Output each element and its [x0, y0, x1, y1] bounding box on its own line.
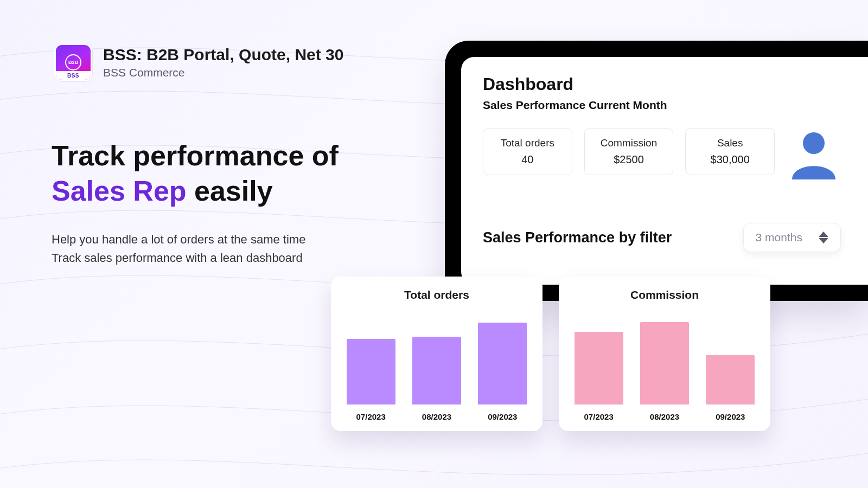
- stepper-arrows-icon: [819, 232, 828, 243]
- user-avatar-icon: [787, 128, 841, 182]
- stat-value: $2500: [590, 153, 668, 166]
- chart-total-orders: Total orders 07/202308/202309/2023: [331, 277, 542, 431]
- app-vendor: BSS Commerce: [103, 66, 343, 79]
- bar-group: 07/202308/202309/2023: [573, 312, 756, 421]
- stat-label: Commission: [590, 137, 668, 149]
- stat-value: 40: [489, 153, 566, 166]
- bar-xlabel: 07/2023: [584, 412, 614, 421]
- bar: [478, 323, 527, 404]
- dashboard-title: Dashboard: [483, 74, 846, 94]
- hero-desc-1: Help you handle a lot of orders at the s…: [52, 230, 355, 249]
- chart-commission: Commission 07/202308/202309/2023: [559, 277, 770, 431]
- bar-item: 07/2023: [575, 332, 623, 421]
- bar: [347, 339, 395, 404]
- hero-desc-2: Track sales performance with a lean dash…: [52, 249, 355, 267]
- bar-xlabel: 09/2023: [488, 412, 517, 421]
- chart-title: Commission: [573, 288, 756, 301]
- tablet-frame: Dashboard Sales Performance Current Mont…: [445, 41, 868, 301]
- bar-item: 08/2023: [640, 322, 689, 421]
- hero-tail: easily: [187, 175, 273, 207]
- brand-badge: BSS: [56, 71, 91, 80]
- bar-item: 09/2023: [706, 355, 755, 421]
- app-title: BSS: B2B Portal, Quote, Net 30: [103, 46, 343, 64]
- brand-logo: B2B BSS: [54, 43, 92, 81]
- stat-sales: Sales $30,000: [685, 128, 775, 175]
- bar-item: 09/2023: [478, 323, 527, 421]
- stat-commission: Commission $2500: [584, 128, 674, 175]
- filter-range-select[interactable]: 3 months: [743, 223, 841, 252]
- hero-accent: Sales Rep: [52, 175, 187, 207]
- bar-xlabel: 08/2023: [650, 412, 679, 421]
- filter-value: 3 months: [756, 231, 802, 244]
- filter-heading: Sales Performance by filter: [483, 229, 672, 246]
- bar-xlabel: 09/2023: [716, 412, 745, 421]
- dashboard-screen: Dashboard Sales Performance Current Mont…: [461, 57, 868, 285]
- bar-xlabel: 08/2023: [422, 412, 451, 421]
- hero-headline: Track performance of Sales Rep easily: [52, 138, 355, 209]
- bar: [575, 332, 623, 404]
- stat-total-orders: Total orders 40: [483, 128, 572, 175]
- bar-xlabel: 07/2023: [356, 412, 386, 421]
- bar: [412, 337, 461, 404]
- app-brand: B2B BSS BSS: B2B Portal, Quote, Net 30 B…: [54, 43, 343, 81]
- hero-copy: Track performance of Sales Rep easily He…: [52, 138, 355, 267]
- hero-line-1: Track performance of: [52, 140, 339, 171]
- charts-row: Total orders 07/202308/202309/2023 Commi…: [331, 277, 770, 431]
- b2b-sync-icon: B2B: [65, 54, 81, 70]
- stat-label: Total orders: [489, 137, 566, 149]
- stat-cards-row: Total orders 40 Commission $2500 Sales $…: [483, 128, 846, 182]
- svg-point-0: [803, 132, 825, 154]
- filter-row: Sales Performance by filter 3 months: [483, 223, 846, 252]
- dashboard-subtitle: Sales Performance Current Month: [483, 99, 846, 112]
- bar: [706, 355, 755, 404]
- bar-item: 08/2023: [412, 337, 461, 421]
- stat-value: $30,000: [691, 153, 769, 166]
- bar-item: 07/2023: [347, 339, 395, 421]
- stat-label: Sales: [691, 137, 769, 149]
- bar-group: 07/202308/202309/2023: [345, 312, 528, 421]
- chart-title: Total orders: [345, 288, 528, 301]
- bar: [640, 322, 689, 404]
